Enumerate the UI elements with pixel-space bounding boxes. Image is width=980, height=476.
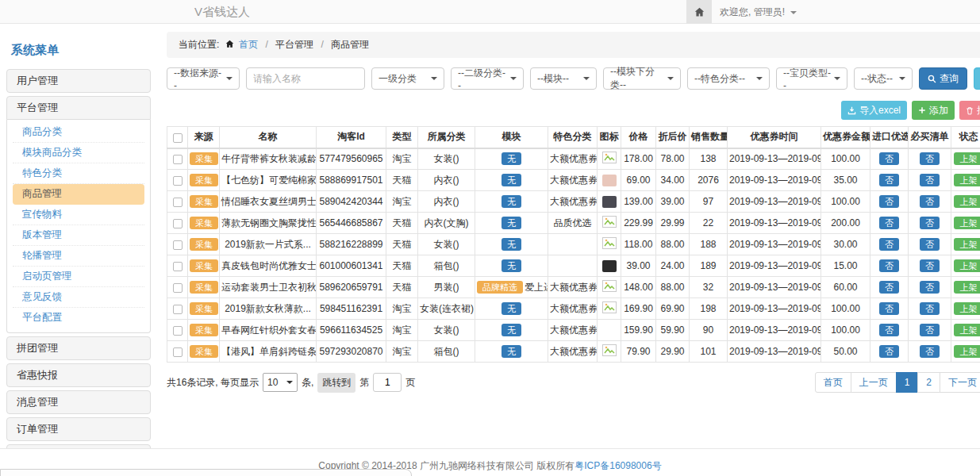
column-header: 所属分类 bbox=[418, 127, 475, 148]
discount-price-cell: 69.90 bbox=[656, 298, 690, 320]
page-button[interactable]: 2 bbox=[917, 372, 940, 393]
sidebar-section-2[interactable]: 平台管理 bbox=[6, 96, 151, 120]
sidebar-item[interactable]: 意见反馈 bbox=[13, 287, 144, 308]
price-cell: 118.00 bbox=[621, 234, 656, 255]
status-on-badge[interactable]: 上架 bbox=[954, 238, 980, 251]
sidebar-item[interactable]: 商品分类 bbox=[13, 122, 144, 143]
add-button[interactable]: 添加 bbox=[912, 101, 955, 120]
row-checkbox[interactable] bbox=[173, 219, 183, 228]
filter-select[interactable]: --二级分类-- bbox=[451, 67, 524, 90]
home-button[interactable] bbox=[686, 0, 712, 24]
jump-button[interactable]: 跳转到 bbox=[317, 373, 355, 393]
sidebar-section-6[interactable]: 订单管理 bbox=[6, 417, 151, 441]
must-buy-no-badge[interactable]: 否 bbox=[920, 217, 940, 229]
import-select-cell: 否 bbox=[870, 234, 909, 255]
import-no-badge[interactable]: 否 bbox=[879, 324, 899, 336]
page-button[interactable]: 上一页 bbox=[851, 372, 897, 393]
sidebar-section-1[interactable]: 用户管理 bbox=[6, 69, 151, 93]
batch-delete-button[interactable]: 批量删除 bbox=[959, 101, 980, 120]
import-no-badge[interactable]: 否 bbox=[879, 238, 899, 251]
filter-select[interactable]: --宝贝类型-- bbox=[776, 67, 847, 90]
status-on-badge[interactable]: 上架 bbox=[954, 195, 980, 208]
coupon-time-cell: 2019-09-13—2019-09-17 bbox=[728, 320, 821, 341]
must-buy-no-badge[interactable]: 否 bbox=[920, 281, 940, 294]
user-menu[interactable]: 欢迎您, 管理员! bbox=[720, 0, 797, 24]
must-buy-no-badge[interactable]: 否 bbox=[920, 152, 940, 165]
status-on-badge[interactable]: 上架 bbox=[954, 345, 980, 358]
filter-select[interactable]: --特色分类-- bbox=[687, 67, 770, 90]
page-button[interactable]: 首页 bbox=[815, 372, 851, 393]
product-name-cell: 真皮钱包时尚优雅女士... bbox=[220, 255, 317, 277]
import-no-badge[interactable]: 否 bbox=[879, 152, 899, 165]
must-buy-no-badge[interactable]: 否 bbox=[920, 238, 940, 251]
must-buy-no-badge[interactable]: 否 bbox=[920, 302, 940, 315]
import-no-badge[interactable]: 否 bbox=[879, 259, 899, 272]
status-on-badge[interactable]: 上架 bbox=[954, 152, 980, 165]
sidebar-item[interactable]: 平台配置 bbox=[13, 308, 144, 328]
page-button[interactable]: 1 bbox=[896, 372, 919, 393]
coupon-amount-cell: 100.00 bbox=[821, 298, 870, 320]
sidebar-section-3[interactable]: 拼团管理 bbox=[6, 336, 151, 360]
page-button[interactable]: 下一页 bbox=[940, 372, 980, 393]
import-no-badge[interactable]: 否 bbox=[879, 195, 899, 208]
must-buy-no-badge[interactable]: 否 bbox=[920, 324, 940, 336]
status-on-badge[interactable]: 上架 bbox=[954, 302, 980, 315]
select-all-checkbox[interactable] bbox=[173, 133, 183, 143]
must-buy-cell: 否 bbox=[909, 320, 951, 341]
icp-link[interactable]: 粤ICP备16098006号 bbox=[575, 460, 661, 471]
sidebar-item[interactable]: 商品管理 bbox=[13, 184, 144, 205]
row-checkbox[interactable] bbox=[173, 198, 183, 207]
sidebar-item[interactable]: 模块商品分类 bbox=[13, 143, 144, 163]
row-checkbox[interactable] bbox=[173, 240, 183, 250]
row-checkbox[interactable] bbox=[173, 305, 183, 314]
broken-image-icon bbox=[602, 237, 617, 249]
sidebar-item[interactable]: 版本管理 bbox=[13, 225, 144, 246]
sidebar-item[interactable]: 特色分类 bbox=[13, 163, 144, 184]
row-checkbox[interactable] bbox=[173, 347, 183, 357]
column-header: 进口优选 bbox=[870, 127, 909, 148]
must-buy-no-badge[interactable]: 否 bbox=[920, 195, 940, 208]
sidebar-item[interactable]: 宣传物料 bbox=[13, 205, 144, 225]
import-no-badge[interactable]: 否 bbox=[879, 217, 899, 229]
special-category-cell bbox=[548, 255, 598, 277]
import-excel-button[interactable]: 导入excel bbox=[841, 101, 907, 120]
filter-select[interactable]: 一级分类 bbox=[371, 67, 444, 90]
must-buy-no-badge[interactable]: 否 bbox=[920, 345, 940, 358]
sidebar-section-5[interactable]: 消息管理 bbox=[6, 390, 151, 414]
must-buy-no-badge[interactable]: 否 bbox=[920, 259, 940, 272]
status-on-badge[interactable]: 上架 bbox=[954, 324, 980, 336]
status-on-badge[interactable]: 上架 bbox=[954, 259, 980, 272]
search-button[interactable]: 查询 bbox=[919, 67, 967, 90]
filter-select[interactable]: --数据来源-- bbox=[167, 67, 240, 90]
must-buy-no-badge[interactable]: 否 bbox=[920, 174, 940, 186]
import-no-badge[interactable]: 否 bbox=[879, 345, 899, 358]
taoke-id-cell: 597293020870 bbox=[317, 341, 386, 363]
per-page-select[interactable]: 10 bbox=[263, 373, 298, 392]
row-checkbox[interactable] bbox=[173, 262, 183, 271]
row-checkbox[interactable] bbox=[173, 155, 183, 164]
import-no-badge[interactable]: 否 bbox=[879, 281, 899, 294]
status-on-badge[interactable]: 上架 bbox=[954, 281, 980, 294]
sidebar-item[interactable]: 轮播管理 bbox=[13, 246, 144, 267]
import-no-badge[interactable]: 否 bbox=[879, 302, 899, 315]
status-on-badge[interactable]: 上架 bbox=[954, 174, 980, 186]
filter-select[interactable]: --状态-- bbox=[854, 67, 913, 90]
row-checkbox[interactable] bbox=[173, 176, 183, 186]
source-badge: 采集 bbox=[190, 195, 218, 208]
name-search-input[interactable] bbox=[246, 67, 365, 90]
row-checkbox[interactable] bbox=[173, 283, 183, 293]
sidebar-item[interactable]: 启动页管理 bbox=[13, 267, 144, 287]
page-number-input[interactable] bbox=[373, 373, 402, 392]
row-checkbox[interactable] bbox=[173, 326, 183, 336]
filter-select-label: 一级分类 bbox=[379, 72, 417, 86]
import-no-badge[interactable]: 否 bbox=[879, 174, 899, 186]
reset-button[interactable]: 重置 bbox=[974, 67, 980, 90]
status-on-badge[interactable]: 上架 bbox=[954, 217, 980, 229]
filter-select-label: --特色分类-- bbox=[694, 72, 745, 86]
breadcrumb-home-link[interactable]: 首页 bbox=[239, 39, 258, 50]
source-cell: 采集 bbox=[188, 170, 220, 191]
filter-select[interactable]: --模块-- bbox=[530, 67, 597, 90]
filter-select[interactable]: --模块下分类-- bbox=[603, 67, 681, 90]
per-page-value: 10 bbox=[267, 377, 278, 388]
sidebar-section-4[interactable]: 省惠快报 bbox=[6, 363, 151, 387]
